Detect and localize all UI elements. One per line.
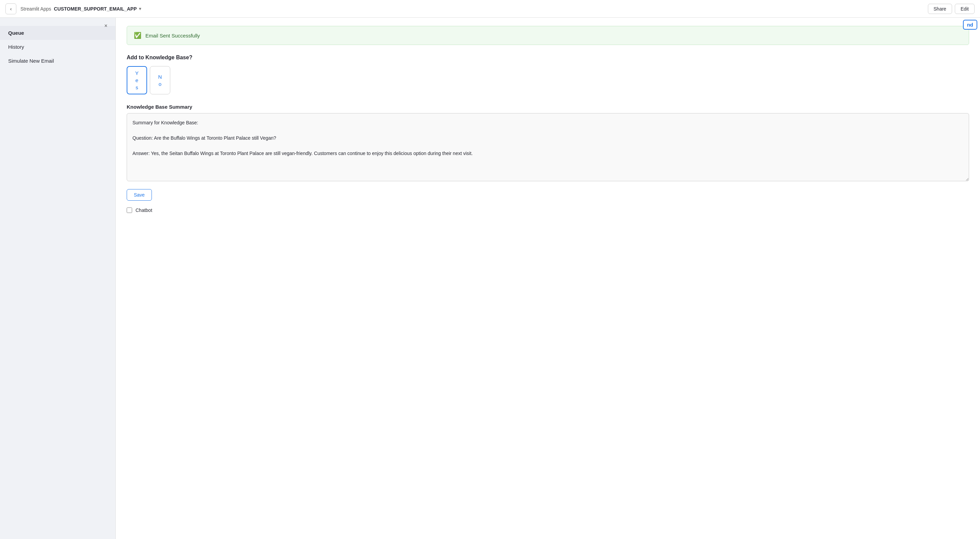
yes-button-label: Y e s (135, 70, 138, 91)
sidebar-close-button[interactable]: × (102, 22, 110, 30)
chatbot-label: Chatbot (135, 207, 152, 213)
share-button[interactable]: Share (928, 4, 952, 14)
success-icon: ✅ (134, 32, 141, 39)
back-button[interactable]: ‹ (5, 3, 16, 14)
topbar-actions: Share Edit (928, 4, 975, 14)
no-button-label: N o (158, 73, 162, 88)
nd-badge: nd (963, 20, 977, 30)
sidebar-item-simulate[interactable]: Simulate New Email (0, 54, 115, 68)
kb-summary-label: Knowledge Base Summary (127, 104, 969, 110)
back-icon: ‹ (10, 6, 12, 11)
sidebar-item-history[interactable]: History (0, 40, 115, 54)
success-message: Email Sent Successfully (145, 33, 200, 38)
kb-summary-textarea[interactable] (127, 113, 969, 181)
main-content: ✅ Email Sent Successfully Add to Knowled… (116, 18, 980, 539)
sidebar-item-queue[interactable]: Queue (0, 26, 115, 40)
kb-button-group: Y e s N o (127, 66, 969, 94)
save-button[interactable]: Save (127, 189, 152, 201)
topbar: ‹ Streamlit Apps CUSTOMER_SUPPORT_EMAIL_… (0, 0, 980, 18)
sidebar-nav: Queue History Simulate New Email (0, 23, 115, 70)
brand-label: Streamlit Apps (21, 6, 51, 11)
edit-button[interactable]: Edit (955, 4, 975, 14)
chatbot-row: Chatbot (127, 207, 969, 213)
yes-button[interactable]: Y e s (127, 66, 147, 94)
sidebar: × Queue History Simulate New Email (0, 18, 116, 539)
no-button[interactable]: N o (150, 66, 170, 94)
chatbot-checkbox[interactable] (127, 207, 132, 213)
layout: × Queue History Simulate New Email ✅ Ema… (0, 18, 980, 539)
app-name: CUSTOMER_SUPPORT_EMAIL_APP ▼ (54, 6, 142, 11)
success-banner: ✅ Email Sent Successfully (127, 26, 969, 45)
app-dropdown-chevron[interactable]: ▼ (138, 6, 142, 11)
add-kb-title: Add to Knowledge Base? (127, 54, 969, 61)
